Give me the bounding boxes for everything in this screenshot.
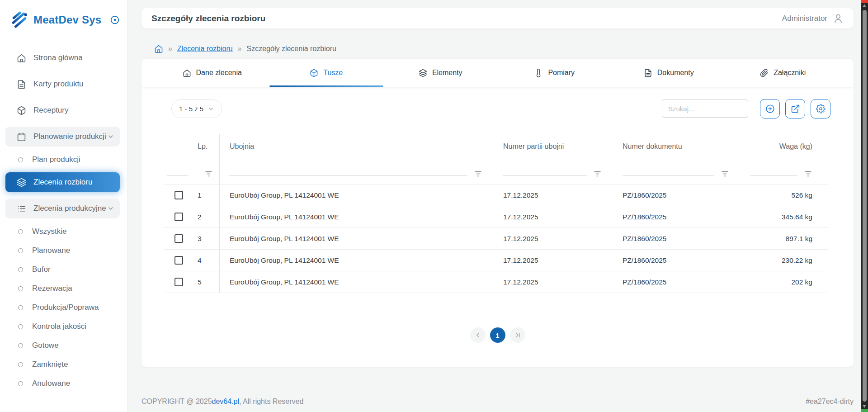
app-root: MeatDev Sys Strona główna Karty produktu… [0,0,868,412]
user-menu[interactable]: Administrator [782,13,844,24]
sidebar-item-label: Receptury [33,106,114,115]
filter-input-lp[interactable] [167,175,189,176]
table-row[interactable]: 4 EuroUbój Group, PL 14124001 WE 17.12.2… [164,250,828,271]
sidebar-item-rezerwacja[interactable]: Rezerwacja [5,282,120,295]
tab-elementy[interactable]: Elementy [383,59,498,87]
radio-circle-icon [18,305,23,310]
person-icon [833,13,844,24]
column-header-waga[interactable]: Waga (kg) [741,134,821,159]
paperclip-icon [760,69,769,77]
radio-circle-icon [18,286,23,291]
sidebar-item-strona-glowna[interactable]: Strona główna [5,48,120,68]
tab-pomiary[interactable]: Pomiary [498,59,612,87]
scrollbar-down-arrow[interactable] [863,405,866,408]
chevron-down-icon [208,105,214,112]
table-filter-row [164,159,828,185]
cell-ubojnia: EuroUbój Group, PL 14124001 WE [219,271,494,293]
sidebar-item-label: Zlecenia produkcyjne [33,204,107,213]
build-tag: #ea27ec4-dirty [806,398,854,406]
scrollbar-thumb[interactable] [863,10,867,402]
cell-partia: 17.12.2025 [494,228,613,249]
cell-lp: 1 [193,185,219,206]
scroll-marker-top [861,0,868,3]
sidebar-item-zlecenia-rozbioru[interactable]: Zlecenia rozbioru [5,172,120,192]
sidebar-item-label: Wszystkie [32,227,67,236]
table-row[interactable]: 3 EuroUbój Group, PL 14124001 WE 17.12.2… [164,228,828,250]
sidebar-item-anulowane[interactable]: Anulowane [5,377,120,390]
cell-waga: 230.22 kg [741,250,821,271]
filter-input-dokument[interactable] [623,175,714,176]
cell-dokument: PZ/1860/2025 [613,206,741,227]
package-icon [17,106,26,115]
sidebar-item-label: Kontrola jakości [32,322,86,331]
sidebar-item-produkcja-poprawa[interactable]: Produkcja/Poprawa [5,301,120,314]
table-toolbar: 1 - 5 z 5 [142,99,854,118]
table-row[interactable]: 2 EuroUbój Group, PL 14124001 WE 17.12.2… [164,206,828,228]
sidebar-item-label: Zlecenia rozbioru [33,178,114,187]
scrollbar-up-arrow[interactable] [863,4,866,7]
sidebar-item-wszystkie[interactable]: Wszystkie [5,225,120,238]
pagination-last-button[interactable] [510,327,525,343]
filter-icon[interactable] [721,170,729,178]
pagination-prev-button[interactable] [470,327,486,343]
sidebar-item-plan-produkcji[interactable]: Plan produkcji [5,153,120,166]
sidebar-item-karty-produktu[interactable]: Karty produktu [5,74,120,94]
sidebar-item-planowanie-produkcji[interactable]: Planowanie produkcji [5,127,120,147]
footer-link-dev64[interactable]: dev64.pl [212,398,240,406]
row-checkbox[interactable] [175,278,183,286]
sidebar-item-zlecenia-produkcyjne[interactable]: Zlecenia produkcyjne [5,199,120,218]
filter-icon[interactable] [204,170,213,178]
filter-input-waga[interactable] [750,175,797,176]
sidebar-item-gotowe[interactable]: Gotowe [5,339,120,352]
sidebar-item-bufor[interactable]: Bufor [5,263,120,276]
filter-icon[interactable] [804,170,812,178]
sidebar-item-label: Anulowane [32,379,70,388]
top-header: Szczegóły zlecenia rozbioru Administrato… [142,8,854,28]
content-card: Dane zlecenia Tusze Elementy Pomiary Dok… [142,59,854,367]
filter-input-ubojnia[interactable] [229,175,467,176]
column-header-ubojnia[interactable]: Ubojnia [219,134,494,159]
filter-input-partia[interactable] [503,175,587,176]
cell-dokument: PZ/1860/2025 [613,228,741,249]
tab-dane-zlecenia[interactable]: Dane zlecenia [155,59,269,87]
plus-circle-icon [765,104,775,114]
sidebar-item-kontrola-jakosci[interactable]: Kontrola jakości [5,320,120,333]
tab-label: Elementy [432,69,462,77]
range-dropdown[interactable]: 1 - 5 z 5 [171,99,222,118]
add-button[interactable] [760,99,780,118]
column-header-partia[interactable]: Numer partii ubojni [494,134,613,159]
sidebar-item-zamkniete[interactable]: Zamknięte [5,358,120,371]
tab-tusze[interactable]: Tusze [269,59,384,87]
row-checkbox[interactable] [175,234,183,243]
sidebar-item-planowane[interactable]: Planowane [5,244,120,257]
filter-icon[interactable] [593,170,602,178]
filter-icon[interactable] [474,170,482,178]
export-icon [791,104,800,114]
row-checkbox[interactable] [175,256,183,265]
table-row[interactable]: 5 EuroUbój Group, PL 14124001 WE 17.12.2… [164,271,828,293]
sidebar: MeatDev Sys Strona główna Karty produktu… [0,0,127,412]
tab-dokumenty[interactable]: Dokumenty [612,59,726,87]
tab-label: Dokumenty [657,69,694,77]
row-checkbox[interactable] [175,213,183,221]
pagination-page-1[interactable]: 1 [490,327,505,343]
sidebar-collapse-icon[interactable] [110,15,120,25]
column-header-dokument[interactable]: Numer dokumentu [613,134,741,159]
list-icon [17,204,26,213]
cell-partia: 17.12.2025 [494,206,613,227]
export-button[interactable] [785,99,805,118]
breadcrumb-separator: » [168,45,172,53]
row-checkbox[interactable] [175,191,183,199]
breadcrumb-link-zlecenia-rozbioru[interactable]: Zlecenia rozbioru [177,45,233,53]
radio-circle-icon [18,229,23,234]
settings-button[interactable] [811,99,830,118]
sidebar-item-label: Gotowe [32,341,59,350]
range-label: 1 - 5 z 5 [179,105,203,113]
sidebar-item-receptury[interactable]: Receptury [5,100,120,120]
tab-zalaczniki[interactable]: Załączniki [726,59,840,87]
column-header-lp[interactable]: Lp. [193,134,219,159]
search-input[interactable] [662,99,748,118]
tab-label: Tusze [323,69,343,77]
table-row[interactable]: 1 EuroUbój Group, PL 14124001 WE 17.12.2… [164,185,828,206]
breadcrumb-home-icon[interactable] [154,44,163,53]
